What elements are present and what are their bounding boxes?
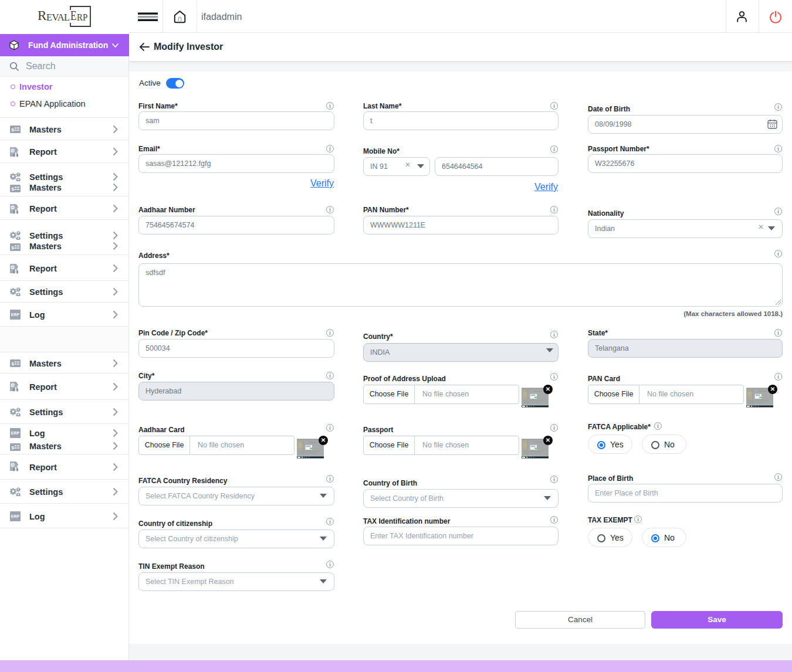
- svg-text:$: $: [11, 245, 14, 250]
- svg-text:$: $: [11, 445, 14, 450]
- svg-text:$: $: [11, 361, 14, 366]
- svg-text:$: $: [11, 186, 14, 192]
- svg-text:ERP: ERP: [11, 514, 20, 518]
- svg-text:$: $: [11, 127, 14, 133]
- svg-text:ERP: ERP: [11, 313, 20, 317]
- svg-text:ERP: ERP: [11, 431, 20, 435]
